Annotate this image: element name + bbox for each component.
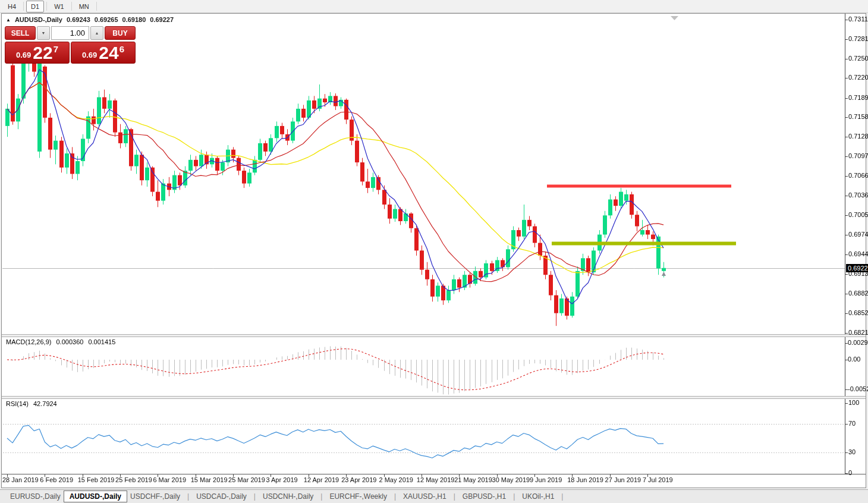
buy-price-sup: 6 (119, 44, 124, 54)
panel-divider-rsi[interactable] (2, 396, 866, 399)
tab-gbpusd-h1[interactable]: GBPUSD-,H1 (460, 491, 509, 502)
macd-label: MACD(12,26,9) 0.000360 0.001415 (6, 338, 118, 345)
date-axis-label: 9 Jun 2019 (530, 476, 562, 483)
timeframe-button-mn[interactable]: MN (74, 1, 94, 12)
date-axis-label: 25 Mar 2019 (228, 476, 265, 483)
chart-canvas[interactable] (0, 0, 868, 503)
rsi-value: 42.7924 (33, 400, 57, 407)
price-axis-label: 0.68520 (848, 309, 868, 316)
macd-value-signal: 0.001415 (88, 338, 115, 345)
rsi-axis-label: 30 (848, 448, 856, 455)
price-axis-label: 0.70970 (848, 152, 868, 159)
toolbar-separator (23, 2, 24, 11)
price-axis-label: 0.73115 (848, 15, 868, 23)
volume-input[interactable] (51, 26, 89, 40)
date-axis-label: 30 May 2019 (492, 476, 530, 483)
sell-price-sup: 7 (54, 44, 58, 54)
tab-separator: | (513, 492, 515, 501)
timeframe-button-h4[interactable]: H4 (3, 1, 21, 12)
price-axis-label: 0.69745 (848, 231, 868, 238)
buy-button[interactable]: BUY (105, 26, 136, 40)
timeframe-button-d1[interactable]: D1 (26, 1, 44, 12)
sell-price-main: 22 (33, 45, 52, 61)
price-axis-label: 0.71585 (848, 113, 868, 120)
sell-price-big: 0.69 (16, 49, 31, 61)
tab-xauusd-h1[interactable]: XAUUSD-,H1 (400, 491, 449, 502)
chart-tab-bar: EURUSD-,DailyAUDUSD-,DailyUSDCHF-,Daily|… (0, 489, 868, 503)
date-axis-label: 27 Jun 2019 (605, 476, 641, 483)
sell-price-panel[interactable]: 0.69 22 7 (5, 42, 70, 64)
rsi-label: RSI(14) 42.7924 (6, 400, 60, 407)
date-axis-label: 12 Apr 2019 (304, 476, 339, 483)
panel-divider-macd[interactable] (2, 334, 866, 337)
rsi-axis-label: 70 (848, 420, 856, 427)
tab-separator: | (454, 492, 455, 501)
tab-eurusd-daily[interactable]: EURUSD-,Daily (7, 491, 64, 502)
tab-separator: | (561, 492, 563, 501)
price-axis-label: 0.72200 (848, 74, 868, 81)
price-axis-label: 0.72505 (848, 55, 868, 62)
symbol-label: AUDUSD-,Daily (15, 16, 62, 23)
volume-increase-button[interactable]: ▲ (90, 26, 103, 40)
buy-price-main: 24 (99, 45, 118, 61)
price-axis-label: 0.70050 (848, 211, 868, 218)
price-axis-label: 0.70665 (848, 172, 868, 179)
price-axis-label: 0.68825 (848, 290, 868, 297)
tab-audusd-daily[interactable]: AUDUSD-,Daily (64, 491, 127, 502)
ohlc-open: 0.69243 (67, 16, 90, 23)
date-axis-label: 28 Jan 2019 (2, 476, 39, 483)
one-click-trading-panel: SELL ▼ ▲ BUY 0.69 22 7 0.69 24 6 (5, 26, 136, 64)
price-axis-label: 0.71280 (848, 133, 868, 140)
tab-usdcad-daily[interactable]: USDCAD-,Daily (193, 491, 250, 502)
date-axis-line (2, 474, 866, 474)
tab-ukoil-h1[interactable]: UKOil-,H1 (519, 491, 557, 502)
date-axis-label: 21 May 2019 (454, 476, 492, 483)
macd-axis-label: 0.002984 (848, 339, 868, 346)
date-axis-label: 6 Mar 2019 (153, 476, 186, 483)
date-axis-label: 18 Jun 2019 (567, 476, 603, 483)
price-axis-label: 0.71890 (848, 94, 868, 101)
tab-separator: | (394, 492, 396, 501)
date-axis-label: 2 May 2019 (379, 476, 413, 483)
date-axis-label: 12 May 2019 (417, 476, 455, 483)
date-axis-label: 15 Feb 2019 (78, 476, 115, 483)
tab-separator: | (254, 492, 256, 501)
price-axis-label: 0.68210 (848, 329, 868, 336)
ohlc-high: 0.69265 (95, 16, 118, 23)
tab-usdchf-daily[interactable]: USDCHF-,Daily (127, 491, 183, 502)
timeframe-button-w1[interactable]: W1 (49, 1, 69, 12)
tab-eurchf-weekly[interactable]: EURCHF-,Weekly (326, 491, 389, 502)
toolbar-separator (96, 2, 97, 11)
tab-separator: | (187, 492, 189, 501)
ohlc-low: 0.69180 (122, 16, 146, 23)
arrow-up-icon: ▲ (95, 31, 99, 35)
price-axis-label: 0.70360 (848, 191, 868, 199)
rsi-axis-label: 100 (848, 399, 859, 406)
tab-usdcnh-daily[interactable]: USDCNH-,Daily (260, 491, 316, 502)
buy-price-panel[interactable]: 0.69 24 6 (71, 42, 136, 64)
timeframe-toolbar: H4D1W1MN (0, 0, 868, 13)
buy-price-big: 0.69 (82, 49, 97, 61)
arrow-down-icon: ▼ (42, 31, 46, 35)
tab-separator: | (320, 492, 322, 501)
macd-title: MACD(12,26,9) (6, 338, 51, 345)
toolbar-separator (71, 2, 72, 11)
sell-button[interactable]: SELL (5, 26, 36, 40)
current-price-tag: 0.69227 (846, 264, 868, 272)
price-axis-label: 0.72810 (848, 35, 868, 42)
macd-axis-label: -0.00525 (848, 385, 868, 392)
ohlc-close: 0.69227 (150, 16, 174, 23)
rsi-title: RSI(14) (6, 400, 29, 407)
rsi-axis-label: 0 (848, 469, 852, 476)
date-axis-label: 7 Jul 2019 (643, 476, 673, 483)
date-axis-label: 25 Feb 2019 (115, 476, 152, 483)
macd-axis-label: 0.00 (848, 356, 860, 363)
date-axis-label: 6 Feb 2019 (40, 476, 73, 483)
date-axis-label: 23 Apr 2019 (341, 476, 376, 483)
volume-decrease-button[interactable]: ▼ (37, 26, 50, 40)
toolbar-separator (46, 2, 47, 11)
date-axis-label: 3 Apr 2019 (266, 476, 297, 483)
collapse-panel-icon[interactable]: ▲ (6, 17, 11, 23)
chart-symbol-header: ▲ AUDUSD-,Daily 0.69243 0.69265 0.69180 … (6, 16, 174, 23)
date-axis-label: 15 Mar 2019 (191, 476, 228, 483)
